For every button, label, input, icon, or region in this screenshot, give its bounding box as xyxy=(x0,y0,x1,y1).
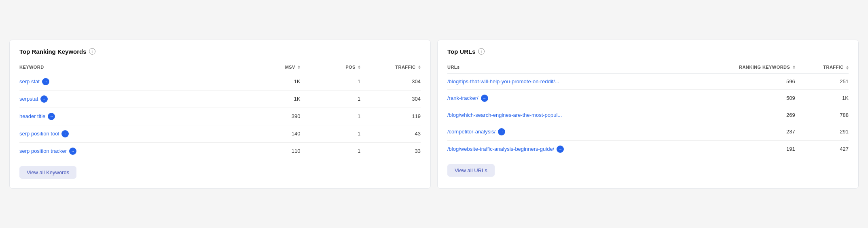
keyword-arrow-icon[interactable]: → xyxy=(40,95,48,103)
keyword-cell: serp stat → xyxy=(19,73,240,90)
top-ranking-keywords-card: Top Ranking Keywords i KEYWORD MSV xyxy=(9,40,431,189)
traffic-cell: 304 xyxy=(360,73,421,90)
th-traffic: TRAFFIC xyxy=(360,61,421,73)
keyword-link[interactable]: serp position tracker → xyxy=(19,148,240,155)
ranking-keywords-cell: 191 xyxy=(715,140,795,158)
keyword-link[interactable]: serpstat → xyxy=(19,95,240,103)
keyword-row: serp position tool → 140 1 43 xyxy=(19,125,421,142)
msv-cell: 390 xyxy=(240,108,301,125)
keyword-arrow-icon[interactable]: → xyxy=(69,148,76,155)
keyword-cell: header title → xyxy=(19,108,240,125)
keyword-row: serpstat → 1K 1 304 xyxy=(19,90,421,108)
traffic-cell: 119 xyxy=(360,108,421,125)
msv-sort-icon[interactable] xyxy=(298,65,300,69)
ranking-keywords-cell: 596 xyxy=(715,73,795,89)
keyword-cell: serpstat → xyxy=(19,90,240,108)
keyword-arrow-icon[interactable]: → xyxy=(48,113,55,120)
keyword-cell: serp position tracker → xyxy=(19,142,240,160)
pos-cell: 1 xyxy=(300,142,360,160)
url-cell: /blog/which-search-engines-are-the-most-… xyxy=(447,107,715,123)
ranking-keywords-cell: 509 xyxy=(715,89,795,107)
url-arrow-icon[interactable]: → xyxy=(481,95,488,102)
url-traffic-cell: 251 xyxy=(795,73,849,89)
keyword-row: serp stat → 1K 1 304 xyxy=(19,73,421,90)
keyword-text: header title xyxy=(19,113,45,119)
url-row: /blog/which-search-engines-are-the-most-… xyxy=(447,107,849,123)
msv-cell: 140 xyxy=(240,125,301,142)
keyword-text: serp stat xyxy=(19,78,40,84)
url-link[interactable]: /blog/tips-that-will-help-you-promote-on… xyxy=(447,78,715,84)
keyword-arrow-icon[interactable]: → xyxy=(42,78,49,85)
th-url: URLs xyxy=(447,61,715,74)
url-text: /rank-tracker/ xyxy=(447,95,478,101)
url-row: /blog/tips-that-will-help-you-promote-on… xyxy=(447,73,849,89)
keywords-table-header-row: KEYWORD MSV POS xyxy=(19,61,421,73)
url-text: /competitor-analysis/ xyxy=(447,129,495,135)
urls-table: URLs RANKING KEYWORDS TRAFFIC xyxy=(447,61,849,158)
msv-cell: 1K xyxy=(240,73,301,90)
keyword-row: header title → 390 1 119 xyxy=(19,108,421,125)
url-link[interactable]: /blog/website-traffic-analysis-beginners… xyxy=(447,146,715,153)
keyword-text: serpstat xyxy=(19,96,38,102)
url-row: /competitor-analysis/ → 237 291 xyxy=(447,123,849,140)
url-link[interactable]: /blog/which-search-engines-are-the-most-… xyxy=(447,112,715,118)
url-traffic-cell: 788 xyxy=(795,107,849,123)
msv-cell: 110 xyxy=(240,142,301,160)
keyword-row: serp position tracker → 110 1 33 xyxy=(19,142,421,160)
urls-table-body: /blog/tips-that-will-help-you-promote-on… xyxy=(447,73,849,158)
keyword-cell: serp position tool → xyxy=(19,125,240,142)
url-link[interactable]: /rank-tracker/ → xyxy=(447,95,715,102)
url-traffic-cell: 291 xyxy=(795,123,849,140)
th-url-traffic: TRAFFIC xyxy=(795,61,849,74)
pos-cell: 1 xyxy=(300,73,360,90)
keyword-arrow-icon[interactable]: → xyxy=(61,130,69,137)
keywords-table-body: serp stat → 1K 1 304 serpstat → 1K 1 304… xyxy=(19,73,421,160)
th-ranking-keywords: RANKING KEYWORDS xyxy=(715,61,795,74)
keyword-text: serp position tracker xyxy=(19,148,67,154)
keyword-link[interactable]: serp position tool → xyxy=(19,130,240,137)
keyword-link[interactable]: header title → xyxy=(19,113,240,120)
url-arrow-icon[interactable]: → xyxy=(498,128,505,135)
pos-sort-icon[interactable] xyxy=(358,65,360,69)
top-urls-card: Top URLs i URLs RANKING KEYWORDS xyxy=(437,40,859,189)
url-cell: /rank-tracker/ → xyxy=(447,89,715,107)
url-cell: /competitor-analysis/ → xyxy=(447,123,715,140)
url-cell: /blog/website-traffic-analysis-beginners… xyxy=(447,140,715,158)
ranking-sort-icon[interactable] xyxy=(793,65,795,69)
ranking-keywords-cell: 269 xyxy=(715,107,795,123)
th-pos: POS xyxy=(300,61,360,73)
url-traffic-sort-icon[interactable] xyxy=(846,66,849,70)
url-arrow-icon[interactable]: → xyxy=(557,146,564,153)
right-card-info-icon[interactable]: i xyxy=(478,48,485,55)
msv-cell: 1K xyxy=(240,90,301,108)
traffic-cell: 33 xyxy=(360,142,421,160)
urls-table-header-row: URLs RANKING KEYWORDS TRAFFIC xyxy=(447,61,849,74)
keyword-link[interactable]: serp stat → xyxy=(19,78,240,85)
url-traffic-cell: 427 xyxy=(795,140,849,158)
view-all-urls-button[interactable]: View all URLs xyxy=(447,164,495,177)
keywords-table: KEYWORD MSV POS xyxy=(19,61,421,160)
url-text: /blog/tips-that-will-help-you-promote-on… xyxy=(447,78,559,84)
traffic-sort-icon[interactable] xyxy=(418,65,421,69)
url-row: /blog/website-traffic-analysis-beginners… xyxy=(447,140,849,158)
url-traffic-cell: 1K xyxy=(795,89,849,107)
left-card-title-text: Top Ranking Keywords xyxy=(19,48,87,55)
view-all-keywords-button[interactable]: View all Keywords xyxy=(19,166,76,179)
url-link[interactable]: /competitor-analysis/ → xyxy=(447,128,715,135)
url-text: /blog/which-search-engines-are-the-most-… xyxy=(447,112,562,118)
traffic-cell: 304 xyxy=(360,90,421,108)
pos-cell: 1 xyxy=(300,90,360,108)
left-card-title: Top Ranking Keywords i xyxy=(19,48,421,55)
url-row: /rank-tracker/ → 509 1K xyxy=(447,89,849,107)
pos-cell: 1 xyxy=(300,125,360,142)
url-text: /blog/website-traffic-analysis-beginners… xyxy=(447,146,554,152)
keyword-text: serp position tool xyxy=(19,131,59,137)
left-card-info-icon[interactable]: i xyxy=(89,48,95,55)
right-card-title: Top URLs i xyxy=(447,48,849,55)
pos-cell: 1 xyxy=(300,108,360,125)
th-msv: MSV xyxy=(240,61,301,73)
ranking-keywords-cell: 237 xyxy=(715,123,795,140)
th-keyword: KEYWORD xyxy=(19,61,240,73)
dashboard: Top Ranking Keywords i KEYWORD MSV xyxy=(9,40,859,189)
url-cell: /blog/tips-that-will-help-you-promote-on… xyxy=(447,73,715,89)
